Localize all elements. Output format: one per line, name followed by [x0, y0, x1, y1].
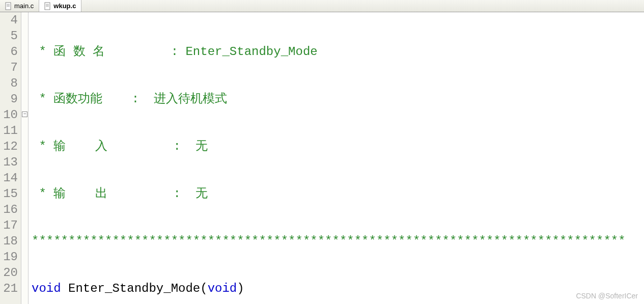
- tab-wkup-c[interactable]: wkup.c: [39, 0, 81, 12]
- svg-rect-5: [46, 4, 49, 5]
- keyword: void: [208, 282, 237, 295]
- fold-toggle[interactable]: −: [22, 112, 27, 117]
- comment: ****************************************…: [32, 234, 626, 248]
- svg-rect-2: [7, 5, 10, 6]
- editor: 456789101112131415161718192021 − * 函 数 名…: [0, 12, 644, 304]
- tab-main-c[interactable]: main.c: [0, 0, 39, 12]
- tab-bar: main.c wkup.c: [0, 0, 644, 12]
- keyword: void: [32, 282, 61, 295]
- code-text: ): [237, 282, 244, 295]
- comment: * 输 出 : 无: [32, 187, 208, 201]
- comment: * 输 入 : 无: [32, 140, 208, 153]
- code-text: Enter_Standby_Mode(: [61, 282, 208, 295]
- svg-rect-3: [7, 6, 10, 7]
- svg-rect-6: [46, 5, 49, 6]
- comment: * 函数功能 : 进入待机模式: [32, 92, 227, 106]
- code-area[interactable]: * 函 数 名 : Enter_Standby_Mode * 函数功能 : 进入…: [29, 12, 644, 304]
- watermark: CSDN @SofterICer: [576, 292, 638, 300]
- tab-label: main.c: [14, 2, 34, 10]
- tab-label: wkup.c: [53, 2, 76, 10]
- svg-rect-1: [7, 4, 10, 5]
- line-number-gutter: 456789101112131415161718192021: [0, 12, 21, 304]
- file-icon: [44, 2, 51, 10]
- fold-column: −: [21, 12, 29, 304]
- comment: * 函 数 名 : Enter_Standby_Mode: [32, 45, 318, 59]
- file-icon: [5, 2, 12, 10]
- svg-rect-7: [46, 6, 49, 7]
